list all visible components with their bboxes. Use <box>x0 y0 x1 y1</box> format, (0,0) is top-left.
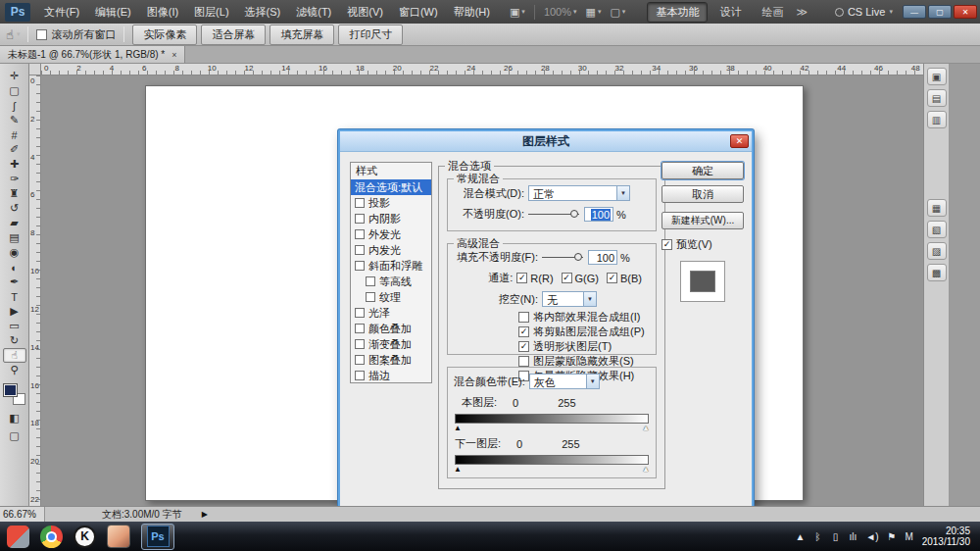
zoom-tool[interactable]: ⚲ <box>3 363 26 377</box>
dodge-tool[interactable]: ◐ <box>3 260 26 275</box>
battery-icon[interactable]: ▯ <box>830 531 840 542</box>
style-satin[interactable]: 光泽 <box>351 305 431 321</box>
blur-tool[interactable]: ◉ <box>3 245 26 260</box>
new-style-button[interactable]: 新建样式(W)... <box>662 212 744 229</box>
arrange-documents-icon[interactable]: ▦▾ <box>586 6 602 19</box>
style-checkbox[interactable] <box>355 355 365 365</box>
crop-tool[interactable]: # <box>3 127 26 142</box>
menu-select[interactable]: 选择(S) <box>237 0 289 24</box>
blend-marker-left-icon[interactable] <box>454 465 462 474</box>
channel-checkbox[interactable] <box>562 273 572 283</box>
zoom-level-control[interactable]: 100%▾ <box>544 6 577 18</box>
swatches-panel-icon[interactable]: ▤ <box>927 89 947 107</box>
volume-icon[interactable]: ◄) <box>865 531 878 542</box>
menu-view[interactable]: 视图(V) <box>339 0 391 24</box>
style-checkbox[interactable] <box>355 324 365 333</box>
style-blending-options[interactable]: 混合选项:默认 <box>351 179 431 195</box>
menu-filter[interactable]: 滤镜(T) <box>288 0 339 24</box>
blend-marker-left-icon[interactable] <box>454 424 462 432</box>
channel-r-checkbox[interactable]: R(R) <box>516 273 553 284</box>
blend-clipped-checkbox[interactable]: 将剪贴图层混合成组(P) <box>518 326 650 338</box>
style-checkbox[interactable] <box>355 245 365 255</box>
preview-option[interactable]: 预览(V) <box>662 237 744 252</box>
status-expand-button[interactable]: ▶ <box>202 510 208 519</box>
workspace-essentials[interactable]: 基本功能 <box>647 2 708 23</box>
print-size-button[interactable]: 打印尺寸 <box>338 25 403 45</box>
action-center-flag-icon[interactable]: ⚑ <box>887 531 897 542</box>
fill-screen-button[interactable]: 填充屏幕 <box>270 25 334 45</box>
workspace-design[interactable]: 设计 <box>710 2 750 23</box>
actual-pixels-button[interactable]: 实际像素 <box>132 25 197 45</box>
knockout-select[interactable]: 无 ▼ <box>542 291 597 307</box>
style-checkbox[interactable] <box>366 292 375 302</box>
zoom-percentage-field[interactable]: 66.67% <box>0 507 45 522</box>
advanced-option-checkbox[interactable] <box>518 356 529 367</box>
gradient-tool[interactable]: ▤ <box>3 230 26 245</box>
style-stroke[interactable]: 描边 <box>351 368 431 383</box>
channel-g-checkbox[interactable]: G(G) <box>562 273 599 284</box>
scroll-all-windows-checkbox[interactable] <box>36 29 47 40</box>
style-checkbox[interactable] <box>355 229 365 239</box>
menu-help[interactable]: 帮助(H) <box>446 0 498 24</box>
style-checkbox[interactable] <box>355 371 365 380</box>
channel-checkbox[interactable] <box>516 273 527 283</box>
advanced-option-checkbox[interactable] <box>518 312 529 323</box>
channels-panel-icon[interactable]: ▩ <box>927 264 947 281</box>
cancel-button[interactable]: 取消 <box>662 185 744 203</box>
move-tool[interactable]: ✛ <box>3 69 26 83</box>
cs-live-button[interactable]: CS Live ▾ <box>835 6 893 18</box>
shape-tool[interactable]: ▭ <box>3 319 26 333</box>
style-bevel-emboss[interactable]: 斜面和浮雕 <box>351 258 431 274</box>
style-checkbox[interactable] <box>355 261 365 271</box>
quick-mask-icon[interactable]: ◧ <box>3 411 26 426</box>
advanced-option-checkbox[interactable] <box>518 341 529 352</box>
menu-layer[interactable]: 图层(L) <box>186 0 236 24</box>
marquee-tool[interactable]: ▢ <box>3 83 26 98</box>
menu-file[interactable]: 文件(F) <box>36 0 87 24</box>
workspace-painting[interactable]: 绘画 <box>753 2 792 23</box>
blend-interior-checkbox[interactable]: 将内部效果混合成组(I) <box>518 311 650 324</box>
style-texture[interactable]: 纹理 <box>351 289 431 305</box>
taskbar-clock[interactable]: 20:35 2013/11/30 <box>922 526 973 547</box>
dialog-title-bar[interactable]: 图层样式 ✕ <box>340 131 752 152</box>
close-button[interactable]: ✕ <box>954 5 977 19</box>
style-checkbox[interactable] <box>355 308 365 318</box>
input-method-icon[interactable]: M <box>905 531 914 542</box>
fill-opacity-slider-knob[interactable] <box>574 253 582 261</box>
k-app-icon[interactable]: K <box>74 526 96 548</box>
adjustments-panel-icon[interactable]: ▦ <box>927 199 947 217</box>
healing-brush-tool[interactable]: ✚ <box>3 157 26 172</box>
eraser-tool[interactable]: ▰ <box>3 216 26 230</box>
tab-close-icon[interactable]: × <box>172 50 176 60</box>
path-selection-tool[interactable]: ▶ <box>3 304 26 319</box>
transparency-shapes-checkbox[interactable]: 透明形状图层(T) <box>518 340 650 353</box>
fit-screen-button[interactable]: 适合屏幕 <box>201 25 266 45</box>
ruler-horizontal[interactable]: 0246810121416182022242628303234363840424… <box>41 64 923 75</box>
color-panel-icon[interactable]: ▣ <box>927 68 947 85</box>
minimize-button[interactable]: — <box>903 5 926 19</box>
network-signal-icon[interactable]: ılı <box>848 531 858 542</box>
preview-checkbox[interactable] <box>662 239 672 250</box>
blend-marker-right-icon[interactable] <box>642 465 650 474</box>
tray-expand-icon[interactable]: ▲ <box>795 531 805 542</box>
hand-tool[interactable]: ☝ <box>3 348 26 363</box>
menu-edit[interactable]: 编辑(E) <box>87 0 139 24</box>
style-inner-shadow[interactable]: 内阴影 <box>351 211 431 226</box>
opacity-slider[interactable] <box>528 214 579 215</box>
style-gradient-overlay[interactable]: 渐变叠加 <box>351 336 431 352</box>
type-tool[interactable]: T <box>3 289 26 304</box>
ruler-vertical[interactable]: 0246810121416182022 <box>29 75 41 506</box>
rotate-view-tool[interactable]: ↻ <box>3 333 26 348</box>
style-drop-shadow[interactable]: 投影 <box>351 195 431 211</box>
blend-marker-right-icon[interactable] <box>642 424 650 432</box>
tool-preset-picker[interactable]: ☝ ▾ <box>6 27 20 42</box>
foreground-color-swatch[interactable] <box>4 384 17 396</box>
avatar-app-icon[interactable] <box>107 525 130 548</box>
screen-mode-icon[interactable]: ▢ <box>3 428 26 443</box>
browser-app-icon[interactable] <box>7 526 29 548</box>
bluetooth-icon[interactable]: ᛒ <box>812 531 822 542</box>
history-brush-tool[interactable]: ↺ <box>3 201 26 216</box>
quick-selection-tool[interactable]: ✎ <box>3 113 26 127</box>
style-checkbox[interactable] <box>355 339 365 349</box>
menu-image[interactable]: 图像(I) <box>139 0 186 24</box>
